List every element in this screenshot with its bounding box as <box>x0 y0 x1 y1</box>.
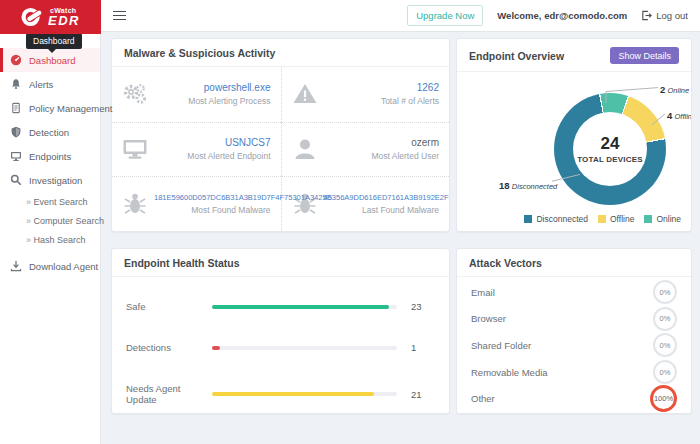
brand-edr: EDR <box>48 14 80 28</box>
show-details-button[interactable]: Show Details <box>610 47 679 64</box>
attack-vectors-panel: Attack Vectors Email 0% Browser 0% Share… <box>456 248 692 414</box>
panel-title: Endpoint Overview <box>469 50 564 62</box>
attack-row-browser: Browser 0% <box>471 306 677 333</box>
attack-row-email: Email 0% <box>471 279 677 306</box>
stat-value-link[interactable]: 1262 <box>324 82 440 93</box>
donut-center: 24 TOTAL DEVICES <box>554 93 666 205</box>
panel-title: Attack Vectors <box>469 257 542 269</box>
panel-title: Endpoint Health Status <box>124 257 240 269</box>
stat-value-link[interactable]: powershell.exe <box>154 82 271 93</box>
health-row-detections: Detections 1 <box>126 342 435 353</box>
total-devices-value: 24 <box>601 134 620 154</box>
attack-row-other: Other 100% <box>471 385 677 412</box>
stat-most-alerted-user: ozermMost Alerted User <box>281 122 450 177</box>
top-bar: Upgrade Now Welcome, edr@comodo.com Log … <box>0 0 700 32</box>
health-bar-detections <box>212 346 220 350</box>
attack-percent-badge: 0% <box>653 307 677 331</box>
attack-percent-badge-highlighted: 100% <box>650 385 677 412</box>
cwatch-edr-logo[interactable]: cWatch EDR <box>0 0 101 34</box>
health-row-needs-agent-update: Needs Agent Update 21 <box>126 383 435 405</box>
attack-row-shared-folder: Shared Folder 0% <box>471 332 677 359</box>
bug-icon <box>122 191 148 217</box>
dashboard-gauge-icon <box>10 54 22 66</box>
donut-callout-offline: 4 Offline <box>667 110 692 121</box>
stat-total-alerts: 1262Total # of Alerts <box>281 67 450 122</box>
welcome-text: Welcome, edr@comodo.com <box>497 10 627 21</box>
sidebar-item-endpoints[interactable]: Endpoints <box>0 144 100 168</box>
stat-value-link[interactable]: 45356A9DD616ED7161A3B9192E2F318D0A <box>324 193 440 202</box>
stat-value: ozerm <box>324 137 440 148</box>
health-bar-track <box>212 305 397 309</box>
user-icon <box>292 136 318 162</box>
hamburger-menu-icon[interactable] <box>113 11 126 21</box>
sidebar-item-hash-search[interactable]: Hash Search <box>0 230 100 249</box>
sidebar-item-computer-search[interactable]: Computer Search <box>0 211 100 230</box>
endpoint-overview-panel: Endpoint Overview Show Details 24 TOTAL … <box>456 38 692 232</box>
dashboard-tooltip: Dashboard <box>26 33 82 49</box>
logout-button[interactable]: Log out <box>641 10 688 21</box>
sidebar: Dashboard Dashboard Alerts Policy Manage… <box>0 32 101 444</box>
sidebar-item-policy-management[interactable]: Policy Management <box>0 96 100 120</box>
health-row-safe: Safe 23 <box>126 301 435 312</box>
health-bar-needs-update <box>212 392 374 396</box>
logout-label: Log out <box>656 10 688 21</box>
upgrade-now-button[interactable]: Upgrade Now <box>407 5 483 26</box>
total-devices-label: TOTAL DEVICES <box>577 155 643 164</box>
stat-last-found-malware: 45356A9DD616ED7161A3B9192E2F318D0ALast F… <box>281 176 450 231</box>
download-icon <box>10 260 22 272</box>
donut-callout-online: 2 Online <box>660 84 689 95</box>
main-content: Malware & Suspicious Activity powershell… <box>101 32 700 444</box>
warning-icon <box>292 81 318 107</box>
sidebar-item-detection[interactable]: Detection <box>0 120 100 144</box>
stat-value-link[interactable]: 181E59600D057DC6B31A3B19D7F4F75301A3425E <box>154 193 271 202</box>
bell-icon <box>10 78 22 90</box>
attack-row-removable-media: Removable Media 0% <box>471 359 677 386</box>
sidebar-item-event-search[interactable]: Event Search <box>0 192 100 211</box>
sidebar-item-alerts[interactable]: Alerts <box>0 72 100 96</box>
malware-activity-panel: Malware & Suspicious Activity powershell… <box>111 38 450 232</box>
gears-icon <box>122 81 148 107</box>
donut-callout-disconnected: 18 Disconnected <box>499 180 557 191</box>
edr-dashboard-app: Upgrade Now Welcome, edr@comodo.com Log … <box>0 0 700 444</box>
stat-most-alerted-endpoint: USNJCS7Most Alerted Endpoint <box>112 122 281 177</box>
health-bar-track <box>212 346 397 350</box>
health-bar-safe <box>212 305 389 309</box>
sidebar-item-download-agent[interactable]: Download Agent <box>0 254 100 278</box>
stat-most-found-malware: 181E59600D057DC6B31A3B19D7F4F75301A3425E… <box>112 176 281 231</box>
attack-percent-badge: 0% <box>653 360 677 384</box>
shield-icon <box>10 126 22 138</box>
sidebar-item-investigation[interactable]: Investigation <box>0 168 100 192</box>
health-bar-track <box>212 392 397 396</box>
endpoint-health-panel: Endpoint Health Status Safe 23 Detection… <box>111 248 450 414</box>
logout-icon <box>641 10 652 21</box>
monitor-icon <box>10 150 22 162</box>
monitor-icon <box>122 136 148 162</box>
stat-value-link[interactable]: USNJCS7 <box>154 137 271 148</box>
attack-percent-badge: 0% <box>653 280 677 304</box>
comodo-mark-icon <box>21 6 44 28</box>
panel-title: Malware & Suspicious Activity <box>124 47 275 59</box>
stat-most-alerting-process: powershell.exeMost Alerting Process <box>112 67 281 122</box>
search-icon <box>10 174 22 186</box>
attack-percent-badge: 0% <box>653 333 677 357</box>
document-icon <box>10 102 22 114</box>
